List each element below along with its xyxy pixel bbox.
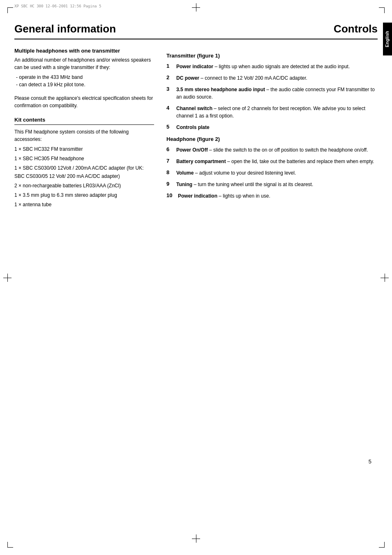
multiple-headphones-body1: An additional number of headphones and/o…	[14, 56, 154, 71]
header-right: Controls	[196, 23, 378, 35]
figure1-item-3: 3 3.5 mm stereo headphone audio input – …	[166, 86, 378, 101]
figure2-heading: Headphone (figure 2)	[166, 136, 378, 142]
multiple-headphones-body2: Please consult the appliance's electrica…	[14, 94, 154, 109]
item-content-8: Volume – adjust volume to your desired l…	[176, 169, 378, 177]
center-mark-right	[380, 274, 389, 282]
item-number-4: 4	[166, 105, 176, 111]
item-content-1: Power indicator – lights up when audio s…	[176, 63, 378, 70]
corner-mark-top-right	[379, 7, 385, 13]
figure1-item-2: 2 DC power – connect to the 12 Volt/ 200…	[166, 74, 378, 82]
bullet-2: - can detect a 19 kHz pilot tone.	[16, 81, 154, 88]
item-content-5: Controls plate	[176, 124, 378, 131]
item-content-2: DC power – connect to the 12 Volt/ 200 m…	[176, 74, 378, 82]
kit-item-1: 1 × SBC HC305 FM headphone	[14, 155, 154, 163]
figure2-item-8: 8 Volume – adjust volume to your desired…	[166, 169, 378, 177]
language-sidebar: English	[383, 23, 392, 55]
right-column: Transmitter (figure 1) 1 Power indicator…	[166, 48, 378, 210]
figure2-item-10: 10 Power indication – lights up when in …	[166, 192, 378, 200]
item-label-2: DC power	[176, 75, 199, 81]
multiple-headphones-section: Multiple headphones with one transmitter…	[14, 48, 154, 109]
item-text-6: – slide the switch to the on or off posi…	[209, 147, 368, 153]
kit-contents-heading: Kit contents	[14, 117, 154, 125]
item-content-6: Power On/Off – slide the switch to the o…	[176, 146, 378, 154]
item-label-9: Tuning	[176, 182, 192, 187]
right-section-title: Controls	[196, 23, 378, 35]
item-label-7: Battery compartment	[176, 159, 226, 164]
header-left: General information	[14, 23, 196, 35]
figure1-heading: Transmitter (figure 1)	[166, 53, 378, 59]
item-text-8: – adjust volume to your desired listenin…	[195, 170, 296, 176]
figure2-section: Headphone (figure 2) 6 Power On/Off – sl…	[166, 136, 378, 200]
corner-mark-top-left	[7, 7, 13, 13]
kit-item-4: 1 × 3.5 mm plug to 6.3 mm stereo adapter…	[14, 191, 154, 199]
kit-item-5: 1 × antenna tube	[14, 201, 154, 209]
item-number-3: 3	[166, 86, 176, 92]
header-row: General information Controls	[14, 23, 378, 39]
item-content-3: 3.5 mm stereo headphone audio input – th…	[176, 86, 378, 101]
left-section-title: General information	[14, 23, 196, 35]
multiple-headphones-heading: Multiple headphones with one transmitter	[14, 48, 154, 54]
left-column: Multiple headphones with one transmitter…	[14, 48, 154, 210]
figure1-item-4: 4 Channel switch – select one of 2 chann…	[166, 105, 378, 120]
center-mark-left	[3, 274, 12, 282]
item-text-9: – turn the tuning wheel until the signal…	[194, 182, 313, 187]
item-label-1: Power indicator	[176, 64, 213, 69]
item-number-1: 1	[166, 63, 176, 69]
figure1-item-1: 1 Power indicator – lights up when audio…	[166, 63, 378, 70]
print-info: XP SBC HC 300 12-06-2001 12:56 Pagina 5	[14, 4, 101, 8]
figure2-item-7: 7 Battery compartment – open the lid, ta…	[166, 158, 378, 165]
item-number-8: 8	[166, 169, 176, 175]
item-number-5: 5	[166, 124, 176, 130]
figure1-section: Transmitter (figure 1) 1 Power indicator…	[166, 53, 378, 131]
item-label-6: Power On/Off	[176, 147, 208, 153]
kit-items-list: 1 × SBC HC332 FM transmitter 1 × SBC HC3…	[14, 145, 154, 209]
center-mark-bottom	[192, 534, 200, 543]
item-content-7: Battery compartment – open the lid, take…	[176, 158, 378, 165]
main-content: General information Controls Multiple he…	[14, 23, 378, 473]
item-text-2: – connect to the 12 Volt/ 200 mA AC/DC a…	[201, 75, 307, 81]
item-label-5: Controls plate	[176, 124, 210, 130]
kit-item-0: 1 × SBC HC332 FM transmitter	[14, 145, 154, 153]
corner-mark-bottom-left	[7, 542, 13, 548]
corner-mark-bottom-right	[379, 542, 385, 548]
bullet-1: - operate in the 433 MHz band	[16, 74, 154, 81]
item-content-9: Tuning – turn the tuning wheel until the…	[176, 181, 378, 188]
page-number: 5	[369, 458, 371, 465]
item-content-10: Power indication – lights up when in use…	[178, 192, 378, 200]
kit-contents-section: Kit contents This FM headphone system co…	[14, 117, 154, 209]
center-mark-top	[192, 3, 200, 12]
item-content-4: Channel switch – select one of 2 channel…	[176, 105, 378, 120]
item-text-10: – lights up when in use.	[219, 193, 270, 199]
page-container: XP SBC HC 300 12-06-2001 12:56 Pagina 5 …	[0, 0, 392, 555]
item-number-7: 7	[166, 158, 176, 164]
figure2-item-9: 9 Tuning – turn the tuning wheel until t…	[166, 181, 378, 188]
item-label-8: Volume	[176, 170, 194, 176]
kit-item-2: 1 × SBC CS030/00 12Volt / 200mA AC/DC ad…	[14, 164, 154, 180]
item-label-4: Channel switch	[176, 106, 212, 111]
item-number-10: 10	[166, 192, 178, 198]
item-number-6: 6	[166, 146, 176, 152]
item-label-10: Power indication	[178, 193, 217, 199]
item-number-9: 9	[166, 181, 176, 187]
two-column-layout: Multiple headphones with one transmitter…	[14, 48, 378, 210]
item-number-2: 2	[166, 74, 176, 81]
figure1-item-5: 5 Controls plate	[166, 124, 378, 131]
kit-contents-intro: This FM headphone system consists of the…	[14, 128, 154, 143]
figure2-item-6: 6 Power On/Off – slide the switch to the…	[166, 146, 378, 154]
item-text-7: – open the lid, take out the batteries a…	[227, 159, 374, 164]
item-text-1: – lights up when audio signals are detec…	[214, 64, 350, 69]
kit-item-3: 2 × non-rechargeable batteries LR03/AAA …	[14, 182, 154, 190]
